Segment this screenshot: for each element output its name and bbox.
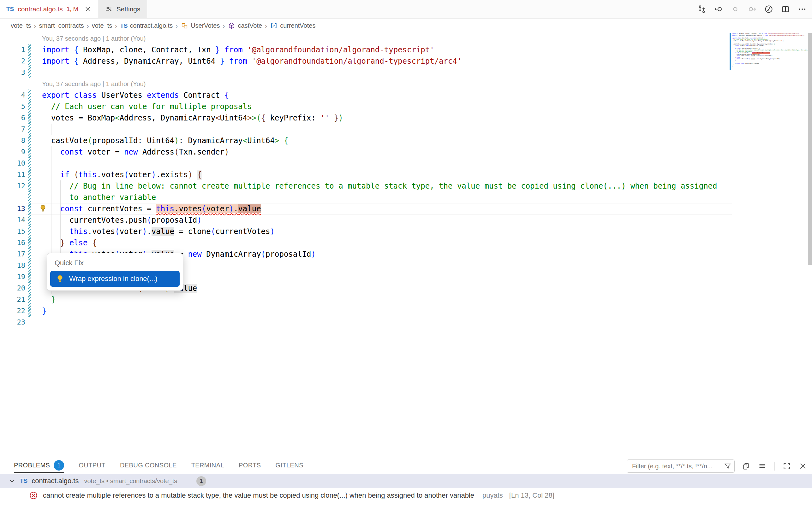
code-line-text: votes = BoxMap<Address, DynamicArray<Uin… bbox=[42, 112, 343, 123]
go-back-icon[interactable] bbox=[714, 4, 723, 14]
line-number: 8 bbox=[0, 135, 25, 146]
class-icon bbox=[180, 22, 189, 30]
minimap-line bbox=[732, 67, 808, 69]
modified-gutter-indicator bbox=[28, 112, 30, 123]
panel-tab-label: PORTS bbox=[239, 462, 261, 469]
panel-tab-debug-console[interactable]: DEBUG CONSOLE bbox=[120, 457, 177, 474]
code-line[interactable]: 9 const voter = new Address(Txn.sender) bbox=[0, 146, 812, 158]
quick-fix-popup: Quick Fix Wrap expression in clone(...) bbox=[47, 253, 183, 291]
lightbulb-icon bbox=[55, 274, 65, 284]
code-line[interactable]: 13 const currentVotes = this.votes(voter… bbox=[0, 203, 812, 214]
line-number: 5 bbox=[0, 101, 25, 112]
go-forward-icon[interactable] bbox=[747, 4, 757, 14]
line-number: 16 bbox=[0, 237, 25, 249]
view-as-list-icon[interactable] bbox=[758, 462, 767, 471]
editor-scrollbar[interactable] bbox=[808, 33, 812, 265]
code-line[interactable]: 1import { BoxMap, clone, Contract, Txn }… bbox=[0, 44, 812, 55]
blame-row[interactable]: You, 37 seconds ago | 1 author (You) bbox=[0, 33, 812, 44]
breadcrumb-item-vote-ts[interactable]: vote_ts bbox=[92, 22, 112, 29]
code-line[interactable]: 15 this.votes(voter).value = clone(curre… bbox=[0, 226, 812, 237]
indent-guide bbox=[51, 123, 51, 135]
panel-tab-ports[interactable]: PORTS bbox=[239, 457, 261, 474]
problems-error-row[interactable]: cannot create multiple references to a m… bbox=[0, 488, 812, 503]
modified-gutter-indicator bbox=[28, 135, 30, 146]
panel-tab-label: GITLENS bbox=[276, 462, 303, 469]
breadcrumb-item-smart-contracts[interactable]: smart_contracts bbox=[39, 22, 84, 29]
code-line[interactable]: 12 // Bug in line below: cannot create m… bbox=[0, 180, 812, 192]
modified-gutter-indicator bbox=[28, 67, 30, 78]
chevron-down-icon[interactable] bbox=[8, 477, 16, 485]
panel-tab-label: DEBUG CONSOLE bbox=[120, 462, 177, 469]
modified-gutter-indicator bbox=[28, 44, 30, 55]
filter-icon bbox=[724, 462, 732, 470]
code-line[interactable]: 23 bbox=[0, 317, 812, 328]
code-line-text: this.votes(voter).value = clone(currentV… bbox=[42, 226, 275, 237]
code-line[interactable]: 16 } else { bbox=[0, 237, 812, 249]
run-or-debug-icon[interactable] bbox=[764, 4, 773, 14]
copy-icon[interactable] bbox=[742, 462, 750, 471]
nav-circle-icon[interactable] bbox=[730, 4, 740, 14]
split-editor-icon[interactable] bbox=[781, 4, 790, 14]
breadcrumb-item-castvote[interactable]: castVote bbox=[228, 22, 262, 30]
close-panel-icon[interactable] bbox=[799, 462, 807, 470]
modified-gutter-indicator bbox=[28, 55, 30, 67]
breadcrumb-label: castVote bbox=[238, 22, 262, 29]
more-actions-icon[interactable] bbox=[797, 4, 807, 14]
modified-gutter-indicator bbox=[28, 101, 30, 112]
panel-tab-terminal[interactable]: TERMINAL bbox=[191, 457, 224, 474]
error-icon bbox=[29, 491, 38, 500]
code-line[interactable]: 4export class UserVotes extends Contract… bbox=[0, 90, 812, 101]
problems-count-badge: 1 bbox=[54, 460, 64, 471]
code-line[interactable]: 10 bbox=[0, 158, 812, 169]
code-line[interactable]: 21 } bbox=[0, 294, 812, 305]
editor-actions bbox=[697, 0, 812, 18]
editor-tab-contract-algo-ts[interactable]: TScontract.algo.ts1, M bbox=[0, 0, 98, 18]
code-line[interactable]: 14 currentVotes.push(proposalId) bbox=[0, 214, 812, 226]
panel-tab-gitlens[interactable]: GITLENS bbox=[276, 457, 303, 474]
code-editor[interactable]: You, 37 seconds ago | 1 author (You)1imp… bbox=[0, 33, 812, 457]
panel-tab-problems[interactable]: PROBLEMS1 bbox=[14, 457, 64, 474]
breadcrumb-item-uservotes[interactable]: UserVotes bbox=[180, 22, 220, 30]
line-number: 17 bbox=[0, 249, 25, 260]
code-line[interactable]: 11 if (this.votes(voter).exists) { bbox=[0, 169, 812, 180]
code-line[interactable]: 6 votes = BoxMap<Address, DynamicArray<U… bbox=[0, 112, 812, 123]
breadcrumb-label: smart_contracts bbox=[39, 22, 84, 29]
breadcrumb-item-vote-ts[interactable]: vote_ts bbox=[11, 22, 31, 29]
modified-gutter-indicator bbox=[28, 305, 30, 317]
code-line[interactable]: 8 castVote(proposalId: Uint64): DynamicA… bbox=[0, 135, 812, 146]
code-line-text: // Each user can vote for multiple propo… bbox=[42, 101, 252, 112]
quick-fix-action[interactable]: Wrap expression in clone(...) bbox=[50, 271, 180, 287]
blame-row[interactable]: You, 37 seconds ago | 1 author (You) bbox=[0, 78, 812, 90]
error-message: cannot create multiple references to a m… bbox=[43, 491, 474, 500]
line-number: 20 bbox=[0, 282, 25, 294]
code-line[interactable]: 7 bbox=[0, 123, 812, 135]
breadcrumb-label: contract.algo.ts bbox=[130, 22, 173, 29]
problems-filter-input[interactable] bbox=[632, 462, 724, 470]
modified-gutter-indicator bbox=[28, 90, 30, 101]
breadcrumb-separator: › bbox=[112, 22, 120, 30]
breadcrumb-separator: › bbox=[173, 22, 180, 30]
breadcrumb-separator: › bbox=[262, 22, 270, 30]
breadcrumb-item-contract-algo-ts[interactable]: TScontract.algo.ts bbox=[120, 22, 173, 29]
minimap[interactable]: import { BoxMap, clone, Contract, Txn } … bbox=[732, 33, 808, 69]
modified-gutter-indicator bbox=[28, 146, 30, 158]
panel-tab-label: OUTPUT bbox=[79, 462, 105, 469]
code-line[interactable]: 5 // Each user can vote for multiple pro… bbox=[0, 101, 812, 112]
panel-tab-output[interactable]: OUTPUT bbox=[79, 457, 105, 474]
code-line[interactable]: 3 bbox=[0, 67, 812, 78]
editor-tab-settings[interactable]: Settings bbox=[98, 0, 147, 18]
modified-gutter-indicator bbox=[28, 169, 30, 180]
line-number: 1 bbox=[0, 44, 25, 55]
close-icon[interactable] bbox=[84, 5, 91, 13]
code-line[interactable]: to another variable bbox=[0, 192, 812, 203]
breadcrumb-item-currentvotes[interactable]: currentVotes bbox=[270, 22, 315, 30]
code-line[interactable]: 22} bbox=[0, 305, 812, 317]
code-line-text: } bbox=[42, 294, 56, 305]
open-changes-icon[interactable] bbox=[697, 4, 707, 14]
problems-filter[interactable] bbox=[627, 459, 735, 473]
problems-file-row[interactable]: TS contract.algo.ts vote_ts • smart_cont… bbox=[0, 474, 812, 488]
problems-file-count-badge: 1 bbox=[196, 476, 206, 486]
code-line[interactable]: 2import { Address, DynamicArray, Uint64 … bbox=[0, 55, 812, 67]
maximize-panel-icon[interactable] bbox=[783, 462, 791, 470]
breadcrumb: vote_ts›smart_contracts›vote_ts›TScontra… bbox=[0, 19, 812, 33]
